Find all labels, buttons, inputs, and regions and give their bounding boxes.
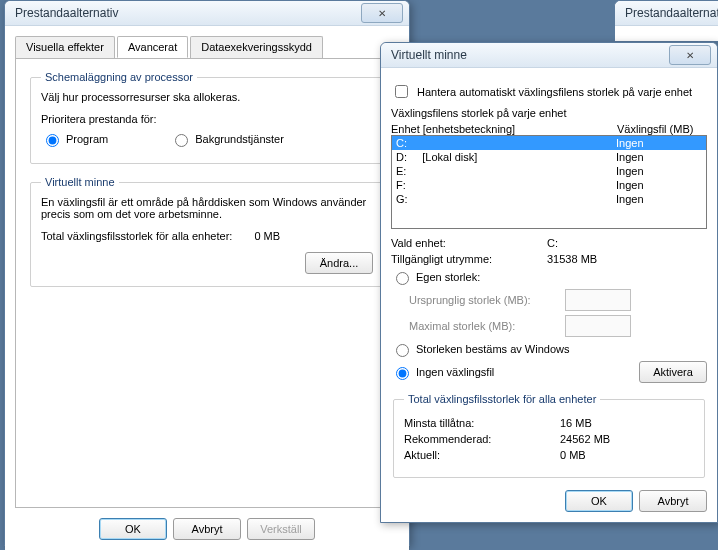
radio-programs-label: Program <box>66 133 108 145</box>
apply-button[interactable]: Verkställ <box>247 518 315 540</box>
radio-custom-size[interactable]: Egen storlek: <box>391 269 707 285</box>
performance-options-window: Prestandaalternativ ✕ Visuella effekter … <box>4 0 410 546</box>
radio-no-paging[interactable]: Ingen växlingsfil <box>391 364 633 380</box>
drive-paging: Ingen <box>616 179 702 191</box>
processor-scheduling-desc: Välj hur processorresurser ska allokeras… <box>41 91 373 103</box>
background-window-stub: Prestandaalternat <box>614 0 718 42</box>
drive-paging: Ingen <box>616 151 702 163</box>
virtual-memory-desc: En växlingsfil är ett område på hårddisk… <box>41 196 373 220</box>
vm-total-label: Total växlingsfilsstorlek för alla enhet… <box>41 230 232 242</box>
col-header-drive: Enhet [enhetsbeteckning] <box>391 123 611 135</box>
radio-no-paging-label: Ingen växlingsfil <box>416 366 494 378</box>
drive-row[interactable]: G: Ingen <box>392 192 706 206</box>
initial-size-input[interactable] <box>565 289 631 311</box>
radio-programs-input[interactable] <box>46 134 59 147</box>
vm-window-title: Virtuellt minne <box>387 48 669 62</box>
vm-ok-button[interactable]: OK <box>565 490 633 512</box>
auto-manage-input[interactable] <box>395 85 408 98</box>
auto-manage-checkbox[interactable]: Hantera automatiskt växlingsfilens storl… <box>391 82 707 101</box>
drive-paging: Ingen <box>616 193 702 205</box>
drive-row[interactable]: E: Ingen <box>392 164 706 178</box>
drive-paging: Ingen <box>616 137 702 149</box>
current-value: 0 MB <box>560 449 586 461</box>
col-header-paging: Växlingsfil (MB) <box>617 123 707 135</box>
virtual-memory-group: Virtuellt minne En växlingsfil är ett om… <box>30 176 384 287</box>
activate-button[interactable]: Aktivera <box>639 361 707 383</box>
radio-bgservices[interactable]: Bakgrundstjänster <box>170 131 284 147</box>
drive-row[interactable]: D: [Lokal disk] Ingen <box>392 150 706 164</box>
stub-title: Prestandaalternat <box>621 6 718 20</box>
radio-no-paging-input[interactable] <box>396 367 409 380</box>
drive-letter: D: <box>396 151 407 163</box>
drive-letter: C: <box>396 137 407 149</box>
drive-row[interactable]: C: Ingen <box>392 136 706 150</box>
virtual-memory-legend: Virtuellt minne <box>41 176 119 188</box>
tabstrip: Visuella effekter Avancerat Dataexekveri… <box>15 36 399 59</box>
drive-row[interactable]: F: Ingen <box>392 178 706 192</box>
radio-system-managed[interactable]: Storleken bestäms av Windows <box>391 341 707 357</box>
drive-listbox[interactable]: C: Ingen D: [Lokal disk] Ingen E: Ingen <box>391 135 707 229</box>
totals-legend: Total växlingsfilsstorlek för alla enhet… <box>404 393 600 405</box>
selected-drive-label: Vald enhet: <box>391 237 541 249</box>
min-allowed-label: Minsta tillåtna: <box>404 417 554 429</box>
drive-letter: F: <box>396 179 406 191</box>
close-button[interactable]: ✕ <box>361 3 403 23</box>
current-label: Aktuell: <box>404 449 554 461</box>
vm-cancel-button[interactable]: Avbryt <box>639 490 707 512</box>
drive-letter: E: <box>396 165 406 177</box>
change-button[interactable]: Ändra... <box>305 252 373 274</box>
drive-letter: G: <box>396 193 408 205</box>
tab-panel-advanced: Schemaläggning av processor Välj hur pro… <box>15 58 399 508</box>
vm-titlebar: Virtuellt minne ✕ <box>381 43 717 68</box>
recommended-label: Rekommenderad: <box>404 433 554 445</box>
radio-bgservices-label: Bakgrundstjänster <box>195 133 284 145</box>
titlebar: Prestandaalternativ ✕ <box>5 1 409 26</box>
radio-programs[interactable]: Program <box>41 131 108 147</box>
window-title: Prestandaalternativ <box>11 6 361 20</box>
vm-close-button[interactable]: ✕ <box>669 45 711 65</box>
ok-button[interactable]: OK <box>99 518 167 540</box>
drive-label: [Lokal disk] <box>422 151 477 163</box>
initial-size-label: Ursprunglig storlek (MB): <box>391 294 559 306</box>
radio-custom-label: Egen storlek: <box>416 271 480 283</box>
close-icon: ✕ <box>378 8 386 19</box>
min-allowed-value: 16 MB <box>560 417 592 429</box>
tab-visual-effects[interactable]: Visuella effekter <box>15 36 115 58</box>
window-body: Visuella effekter Avancerat Dataexekveri… <box>5 26 409 550</box>
radio-bgservices-input[interactable] <box>175 134 188 147</box>
max-size-label: Maximal storlek (MB): <box>391 320 559 332</box>
close-icon: ✕ <box>686 50 694 61</box>
recommended-value: 24562 MB <box>560 433 610 445</box>
tab-advanced[interactable]: Avancerat <box>117 36 188 58</box>
radio-system-input[interactable] <box>396 344 409 357</box>
selected-drive-value: C: <box>547 237 558 249</box>
free-space-label: Tillgängligt utrymme: <box>391 253 541 265</box>
totals-group: Total växlingsfilsstorlek för alla enhet… <box>393 393 705 478</box>
vm-body: Hantera automatiskt växlingsfilens storl… <box>381 68 717 522</box>
radio-system-label: Storleken bestäms av Windows <box>416 343 569 355</box>
priority-label: Prioritera prestanda för: <box>41 113 373 125</box>
max-size-input[interactable] <box>565 315 631 337</box>
cancel-button[interactable]: Avbryt <box>173 518 241 540</box>
drive-paging: Ingen <box>616 165 702 177</box>
size-each-label: Växlingsfilens storlek på varje enhet <box>391 107 707 119</box>
processor-scheduling-group: Schemaläggning av processor Välj hur pro… <box>30 71 384 164</box>
free-space-value: 31538 MB <box>547 253 597 265</box>
vm-total-value: 0 MB <box>254 230 280 242</box>
tab-dep[interactable]: Dataexekveringsskydd <box>190 36 323 58</box>
virtual-memory-dialog: Virtuellt minne ✕ Hantera automatiskt vä… <box>380 42 718 523</box>
radio-custom-input[interactable] <box>396 272 409 285</box>
auto-manage-label: Hantera automatiskt växlingsfilens storl… <box>417 86 692 98</box>
processor-scheduling-legend: Schemaläggning av processor <box>41 71 197 83</box>
